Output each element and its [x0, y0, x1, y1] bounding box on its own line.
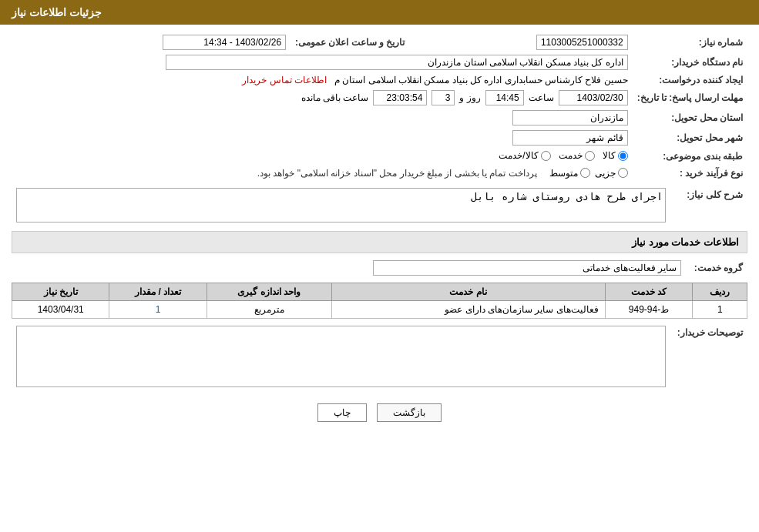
- radio-motavasset-item: متوسط: [549, 168, 590, 179]
- service-header-row: ردیف کد خدمت نام خدمت واحد اندازه گیری ت…: [12, 283, 747, 300]
- page-header: جزئیات اطلاعات نیاز: [0, 0, 759, 25]
- radio-kala-khedmat-label: کالا/خدمت: [499, 150, 538, 161]
- radio-kala-khedmat-item: کالا/خدمت: [499, 150, 550, 161]
- tarikh-box: 1403/02/26 - 14:34: [163, 35, 286, 50]
- print-button[interactable]: چاپ: [317, 403, 367, 422]
- ejad-link[interactable]: اطلاعات تماس خریدار: [242, 75, 327, 85]
- mohlet-label: مهلت ارسال پاسخ: تا تاریخ:: [633, 88, 747, 108]
- cell-vahed: مترمربع: [207, 300, 331, 318]
- shahr-box: قائم شهر: [512, 130, 628, 146]
- row-dastgah: نام دستگاه خریدار: اداره کل بنیاد مسکن ا…: [12, 52, 747, 72]
- service-section-header: اطلاعات خدمات مورد نیاز: [12, 231, 747, 253]
- toseih-table: توصیحات خریدار:: [12, 323, 747, 392]
- toseih-value-cell: [12, 323, 670, 392]
- tarikh-label: تاریخ و ساعت اعلان عمومی:: [291, 32, 420, 52]
- radio-motavasset-input[interactable]: [580, 168, 590, 178]
- shahr-value: قائم شهر: [12, 128, 633, 148]
- mohlet-value: 1403/02/30 ساعت 14:45 روز و 3 23:03:54 س…: [12, 88, 633, 108]
- row-shomara: شماره نیاز: 1103005251000332 تاریخ و ساع…: [12, 32, 747, 52]
- dastgah-box: اداره کل بنیاد مسکن انقلاب اسلامی استان …: [166, 55, 628, 70]
- shomara-box: 1103005251000332: [536, 35, 628, 50]
- cell-kod: ط-94-949: [605, 300, 693, 318]
- mohlet-date: 1403/02/30: [559, 90, 628, 105]
- gorooh-table: گروه خدمت: سایر فعالیت‌های خدماتی: [12, 258, 747, 278]
- shomara-label: شماره نیاز:: [633, 32, 747, 52]
- sharh-label: شرح کلی نیاز:: [670, 186, 747, 225]
- ejad-value: حسین فلاح کارشناس حسابداری اداره کل بنیا…: [12, 72, 633, 88]
- dastgah-value: اداره کل بنیاد مسکن انقلاب اسلامی استان …: [12, 52, 633, 72]
- row-ejad: ایجاد کننده درخواست: حسین فلاح کارشناس ح…: [12, 72, 747, 88]
- shomara-value: 1103005251000332: [420, 32, 632, 52]
- gorooh-row: گروه خدمت: سایر فعالیت‌های خدماتی: [12, 258, 747, 278]
- tabaqe-radios: کالا خدمت کالا/خدمت: [12, 148, 633, 166]
- mohlet-rooz: 3: [432, 90, 455, 105]
- service-table: ردیف کد خدمت نام خدمت واحد اندازه گیری ت…: [12, 283, 747, 319]
- cell-tarikh: 1403/04/31: [12, 300, 109, 318]
- col-kod: کد خدمت: [605, 283, 693, 300]
- col-tedad: تعداد / مقدار: [109, 283, 207, 300]
- page-title: جزئیات اطلاعات نیاز: [12, 6, 102, 18]
- radio-kala-khedmat-input[interactable]: [541, 151, 551, 161]
- mohlet-countdown: 23:03:54: [373, 90, 427, 105]
- nooe-desc: پرداخت تمام یا بخشی از مبلغ خریدار محل "…: [257, 168, 537, 179]
- content-area: شماره نیاز: 1103005251000332 تاریخ و ساع…: [0, 25, 759, 437]
- ejad-text: حسین فلاح کارشناس حسابداری اداره کل بنیا…: [334, 75, 628, 85]
- dastgah-label: نام دستگاه خریدار:: [633, 52, 747, 72]
- toseih-textarea[interactable]: [16, 326, 666, 387]
- back-button[interactable]: بازگشت: [377, 403, 442, 422]
- col-tarikh: تاریخ نیاز: [12, 283, 109, 300]
- tabaqe-radio-group: کالا خدمت کالا/خدمت: [499, 150, 627, 161]
- rooz-label: روز و: [459, 92, 480, 103]
- row-ostan: استان محل تحویل: مازندران: [12, 108, 747, 128]
- sharh-textarea[interactable]: [16, 188, 666, 223]
- radio-khedmat-input[interactable]: [585, 151, 595, 161]
- ostan-value: مازندران: [12, 108, 633, 128]
- toseih-row: توصیحات خریدار:: [12, 323, 747, 392]
- radio-motavasset-label: متوسط: [549, 168, 578, 179]
- gorooh-box: سایر فعالیت‌های خدماتی: [373, 260, 681, 276]
- col-name: نام خدمت: [331, 283, 605, 300]
- mohlet-row: 1403/02/30 ساعت 14:45 روز و 3 23:03:54 س…: [16, 90, 628, 105]
- row-nooe-farayand: نوع فرآیند خرید : جزیی متوسط پرداخت تمام…: [12, 166, 747, 181]
- saaat-label: ساعت: [529, 92, 554, 103]
- gorooh-label: گروه خدمت:: [686, 258, 747, 278]
- ostan-box: مازندران: [512, 110, 628, 125]
- row-shahr: شهر محل تحویل: قائم شهر: [12, 128, 747, 148]
- info-table: شماره نیاز: 1103005251000332 تاریخ و ساع…: [12, 32, 747, 181]
- cell-name: فعالیت‌های سایر سازمان‌های دارای عضو: [331, 300, 605, 318]
- baqi-label: ساعت باقی مانده: [301, 92, 369, 103]
- radio-kala-item: کالا: [603, 150, 628, 161]
- row-tabaqe: طبقه بندی موضوعی: کالا خدمت: [12, 148, 747, 166]
- row-mohlet: مهلت ارسال پاسخ: تا تاریخ: 1403/02/30 سا…: [12, 88, 747, 108]
- nooe-label: نوع فرآیند خرید :: [633, 166, 747, 181]
- cell-tedad: 1: [109, 300, 207, 318]
- gorooh-value-cell: سایر فعالیت‌های خدماتی: [12, 258, 686, 278]
- radio-jozii-item: جزیی: [595, 168, 628, 179]
- radio-khedmat-item: خدمت: [559, 150, 595, 161]
- page-wrapper: جزئیات اطلاعات نیاز شماره نیاز: 11030052…: [0, 0, 759, 532]
- cell-radif: 1: [693, 300, 747, 318]
- toseih-label: توصیحات خریدار:: [670, 323, 747, 392]
- radio-jozii-label: جزیی: [595, 168, 616, 179]
- table-row: 1 ط-94-949 فعالیت‌های سایر سازمان‌های دا…: [12, 300, 747, 318]
- sharh-row: شرح کلی نیاز:: [12, 186, 747, 225]
- sharh-table: شرح کلی نیاز:: [12, 186, 747, 225]
- nooe-row: جزیی متوسط پرداخت تمام یا بخشی از مبلغ خ…: [16, 168, 628, 179]
- ostan-label: استان محل تحویل:: [633, 108, 747, 128]
- col-radif: ردیف: [693, 283, 747, 300]
- ejad-label: ایجاد کننده درخواست:: [633, 72, 747, 88]
- shahr-label: شهر محل تحویل:: [633, 128, 747, 148]
- service-table-body: 1 ط-94-949 فعالیت‌های سایر سازمان‌های دا…: [12, 300, 747, 318]
- service-table-head: ردیف کد خدمت نام خدمت واحد اندازه گیری ت…: [12, 283, 747, 300]
- col-vahed: واحد اندازه گیری: [207, 283, 331, 300]
- radio-jozii-input[interactable]: [618, 168, 628, 178]
- radio-kala-input[interactable]: [618, 151, 628, 161]
- mohlet-time: 14:45: [485, 90, 524, 105]
- radio-khedmat-label: خدمت: [559, 150, 583, 161]
- tabaqe-label: طبقه بندی موضوعی:: [633, 148, 747, 166]
- tarikh-value: 1403/02/26 - 14:34: [12, 32, 291, 52]
- nooe-value: جزیی متوسط پرداخت تمام یا بخشی از مبلغ خ…: [12, 166, 633, 181]
- radio-kala-label: کالا: [603, 150, 616, 161]
- button-row: بازگشت چاپ: [12, 403, 747, 422]
- sharh-value-cell: [12, 186, 670, 225]
